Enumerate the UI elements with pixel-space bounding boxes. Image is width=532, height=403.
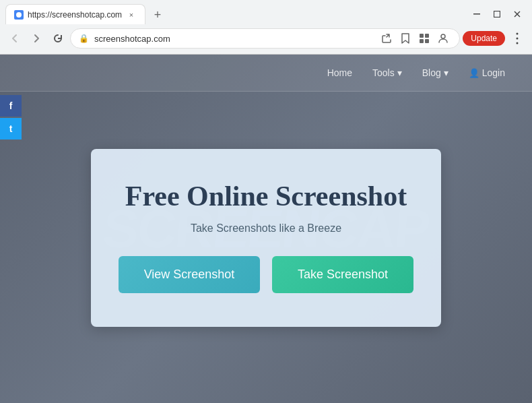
nav-items: Home Tools ▾ Blog ▾ 👤 Login xyxy=(327,67,505,78)
svg-rect-0 xyxy=(473,13,480,15)
browser-chrome: https://screenshotcap.com × + xyxy=(0,0,532,55)
tab-close-button[interactable]: × xyxy=(126,9,137,20)
minimize-button[interactable] xyxy=(467,7,486,22)
update-button[interactable]: Update xyxy=(463,31,505,46)
forward-button[interactable] xyxy=(27,29,46,48)
svg-rect-1 xyxy=(494,11,500,18)
bookmark-icon[interactable] xyxy=(397,30,413,46)
svg-point-8 xyxy=(441,34,445,38)
nav-item-login[interactable]: 👤 Login xyxy=(469,67,505,78)
svg-point-9 xyxy=(517,33,519,35)
svg-rect-7 xyxy=(425,39,429,43)
blog-dropdown-icon: ▾ xyxy=(444,67,448,78)
hero-card: Free Online Screenshot Take Screenshots … xyxy=(91,149,441,327)
webpage: SCREENCAP Home Tools ▾ Blog ▾ 👤 Login f … xyxy=(0,55,532,403)
tools-dropdown-icon: ▾ xyxy=(397,67,402,78)
hero-subtitle: Take Screenshots like a Breeze xyxy=(118,222,414,235)
address-bar[interactable]: 🔒 screenshotcap.com xyxy=(70,28,460,49)
back-button[interactable] xyxy=(5,29,24,48)
svg-rect-6 xyxy=(420,39,424,43)
hero-title: Free Online Screenshot xyxy=(118,179,414,213)
profile-icon[interactable] xyxy=(435,30,451,46)
svg-point-10 xyxy=(517,38,519,40)
address-bar-row: 🔒 screenshotcap.com Update xyxy=(0,24,532,54)
tab-bar: https://screenshotcap.com × + xyxy=(5,4,462,24)
login-user-icon: 👤 xyxy=(469,68,479,78)
new-tab-button[interactable]: + xyxy=(148,5,167,24)
address-actions xyxy=(378,30,451,46)
social-sidebar: f t xyxy=(0,95,22,140)
window-controls xyxy=(467,7,527,22)
take-screenshot-button[interactable]: Take Screenshot xyxy=(272,256,413,293)
lock-icon: 🔒 xyxy=(79,34,89,43)
chrome-menu-button[interactable] xyxy=(508,29,527,48)
svg-rect-4 xyxy=(420,34,424,38)
share-icon[interactable] xyxy=(378,30,395,46)
url-display: screenshotcap.com xyxy=(94,34,373,44)
tab-favicon xyxy=(14,10,24,20)
restore-button[interactable] xyxy=(488,7,506,22)
site-nav: Home Tools ▾ Blog ▾ 👤 Login xyxy=(0,55,532,92)
tab-title: https://screenshotcap.com xyxy=(28,10,122,20)
hero-buttons: View Screenshot Take Screenshot xyxy=(118,256,414,293)
extensions-icon[interactable] xyxy=(416,30,432,46)
svg-rect-5 xyxy=(425,34,429,38)
title-bar: https://screenshotcap.com × + xyxy=(0,0,532,24)
nav-item-blog[interactable]: Blog ▾ xyxy=(422,67,448,78)
active-tab[interactable]: https://screenshotcap.com × xyxy=(5,4,145,24)
nav-item-home[interactable]: Home xyxy=(327,67,352,78)
nav-item-tools[interactable]: Tools ▾ xyxy=(372,67,402,78)
svg-point-11 xyxy=(517,42,519,44)
reload-button[interactable] xyxy=(48,29,67,48)
twitter-button[interactable]: t xyxy=(0,118,22,140)
view-screenshot-button[interactable]: View Screenshot xyxy=(119,256,260,293)
close-button[interactable] xyxy=(508,7,527,22)
facebook-button[interactable]: f xyxy=(0,95,22,117)
